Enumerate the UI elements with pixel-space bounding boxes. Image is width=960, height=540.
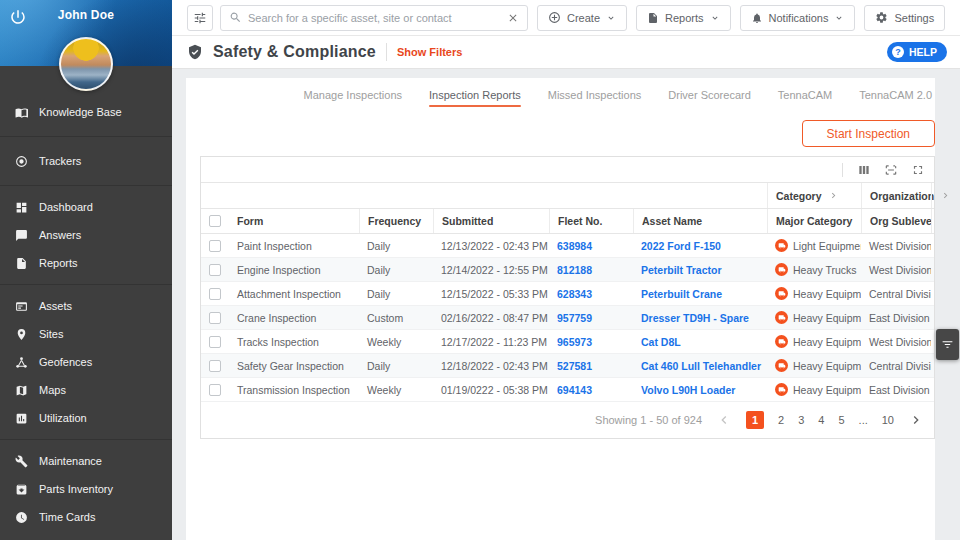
filter-list-icon <box>941 338 954 351</box>
table-row[interactable]: Crane Inspection Custom 02/16/2022 - 08:… <box>201 306 934 330</box>
fleet-no-link[interactable]: 638984 <box>549 240 633 252</box>
reports-button[interactable]: Reports <box>636 5 731 31</box>
gear-icon <box>875 11 888 24</box>
row-checkbox[interactable] <box>209 240 221 252</box>
sidebar-item-maintenance[interactable]: Maintenance <box>0 447 172 475</box>
avatar[interactable] <box>59 37 113 91</box>
fleet-no-link[interactable]: 628343 <box>549 288 633 300</box>
clear-search-icon[interactable] <box>507 12 519 24</box>
inspection-reports-table: Category Organization Form Frequency Sub… <box>200 156 935 439</box>
sidebar-item-trackers[interactable]: Trackers <box>0 147 172 175</box>
table-row[interactable]: Safety Gear Inspection Daily 12/18/2022 … <box>201 354 934 378</box>
asset-name-link[interactable]: Cat 460 Lull Telehandler <box>633 360 767 372</box>
column-header-submitted[interactable]: Submitted <box>433 209 549 233</box>
help-button[interactable]: ? HELP <box>887 42 947 62</box>
side-filter-button[interactable] <box>936 329 959 360</box>
sidebar-item-utilization[interactable]: Utilization <box>0 404 172 432</box>
asset-name-link[interactable]: 2022 Ford F-150 <box>633 240 767 252</box>
page-number[interactable]: 10 <box>882 414 894 426</box>
sidebar-item-resource-management[interactable]: Resource Management <box>0 531 172 540</box>
sidebar-item-label: Assets <box>39 299 72 313</box>
pagination: Showing 1 - 50 of 924 1 2 3 4 5 ... 10 <box>201 402 934 438</box>
table-header-row: Form Frequency Submitted Fleet No. Asset… <box>201 209 934 234</box>
fullscreen-icon[interactable] <box>911 163 925 177</box>
tab-manage-inspections[interactable]: Manage Inspections <box>304 78 402 112</box>
sidebar-item-label: Reports <box>39 256 78 270</box>
group-header-organization[interactable]: Organization <box>861 183 931 208</box>
sidebar-item-assets[interactable]: Assets <box>0 292 172 320</box>
sidebar-item-parts-inventory[interactable]: Parts Inventory <box>0 475 172 503</box>
row-checkbox[interactable] <box>209 312 221 324</box>
page-number[interactable]: 1 <box>746 411 764 429</box>
sidebar-item-dashboard[interactable]: Dashboard <box>0 193 172 221</box>
light-equipment-icon <box>775 239 788 252</box>
sidebar-item-label: Sites <box>39 327 63 341</box>
chevron-down-icon <box>710 13 720 23</box>
create-button[interactable]: Create <box>537 5 627 31</box>
sidebar-item-geofences[interactable]: Geofences <box>0 348 172 376</box>
sidebar-item-knowledge-base[interactable]: Knowledge Base <box>0 98 172 126</box>
search-filter-button[interactable] <box>187 5 213 31</box>
next-page-icon[interactable] <box>908 412 924 428</box>
column-header-major-category[interactable]: Major Category <box>767 209 861 233</box>
column-header-frequency[interactable]: Frequency <box>359 209 433 233</box>
show-filters-link[interactable]: Show Filters <box>397 46 462 58</box>
sidebar-item-reports[interactable]: Reports <box>0 249 172 277</box>
tab-tennacam[interactable]: TennaCAM <box>778 78 832 112</box>
row-checkbox[interactable] <box>209 336 221 348</box>
column-header-form[interactable]: Form <box>229 209 359 233</box>
fleet-no-link[interactable]: 694143 <box>549 384 633 396</box>
tab-inspection-reports[interactable]: Inspection Reports <box>429 78 521 112</box>
fleet-no-link[interactable]: 527581 <box>549 360 633 372</box>
table-row[interactable]: Paint Inspection Daily 12/13/2022 - 02:4… <box>201 234 934 258</box>
table-row[interactable]: Tracks Inspection Weekly 12/17/2022 - 11… <box>201 330 934 354</box>
sidebar-item-time-cards[interactable]: Time Cards <box>0 503 172 531</box>
utilization-icon <box>15 412 28 425</box>
sidebar-item-maps[interactable]: Maps <box>0 376 172 404</box>
power-icon[interactable] <box>9 8 27 26</box>
geofences-icon <box>15 356 28 369</box>
row-checkbox[interactable] <box>209 360 221 372</box>
table-row[interactable]: Engine Inspection Daily 12/14/2022 - 12:… <box>201 258 934 282</box>
fleet-no-link[interactable]: 965973 <box>549 336 633 348</box>
search-input[interactable] <box>248 12 501 24</box>
row-checkbox[interactable] <box>209 264 221 276</box>
column-header-asset-name[interactable]: Asset Name <box>633 209 767 233</box>
parts-inventory-icon <box>15 483 28 496</box>
sidebar-item-sites[interactable]: Sites <box>0 320 172 348</box>
pagination-summary: Showing 1 - 50 of 924 <box>595 414 702 426</box>
select-all-checkbox[interactable] <box>209 215 221 227</box>
column-header-fleet-no[interactable]: Fleet No. <box>549 209 633 233</box>
column-header-org-sublevel[interactable]: Org Sublevel 1 <box>861 209 931 233</box>
table-row[interactable]: Attachment Inspection Daily 12/15/2022 -… <box>201 282 934 306</box>
scan-icon[interactable] <box>884 163 898 177</box>
table-row[interactable]: Transmission Inspection Weekly 01/19/022… <box>201 378 934 402</box>
column-settings-icon[interactable] <box>857 163 871 177</box>
settings-button[interactable]: Settings <box>864 5 945 31</box>
row-checkbox[interactable] <box>209 288 221 300</box>
prev-page-icon[interactable] <box>716 412 732 428</box>
tab-driver-scorecard[interactable]: Driver Scorecard <box>668 78 751 112</box>
group-header-category[interactable]: Category <box>767 183 861 208</box>
tab-missed-inspections[interactable]: Missed Inspections <box>548 78 642 112</box>
asset-name-link[interactable]: Volvo L90H Loader <box>633 384 767 396</box>
tab-tennacam-2[interactable]: TennaCAM 2.0 <box>859 78 932 112</box>
fleet-no-link[interactable]: 957759 <box>549 312 633 324</box>
notifications-button[interactable]: Notifications <box>740 5 856 31</box>
heavy-trucks-icon <box>775 263 788 276</box>
sidebar-item-label: Utilization <box>39 411 87 425</box>
asset-name-link[interactable]: Peterbuilt Crane <box>633 288 767 300</box>
asset-name-link[interactable]: Cat D8L <box>633 336 767 348</box>
page-number[interactable]: 3 <box>798 414 804 426</box>
start-inspection-button[interactable]: Start Inspection <box>802 120 935 147</box>
page-number[interactable]: 5 <box>838 414 844 426</box>
column-header-overflow[interactable]: F <box>931 209 940 233</box>
sidebar-item-answers[interactable]: Answers <box>0 221 172 249</box>
page-number[interactable]: 2 <box>778 414 784 426</box>
asset-name-link[interactable]: Dresser TD9H - Spare <box>633 312 767 324</box>
heavy-equipment-icon <box>775 383 788 396</box>
asset-name-link[interactable]: Peterbilt Tractor <box>633 264 767 276</box>
page-number[interactable]: 4 <box>818 414 824 426</box>
fleet-no-link[interactable]: 812188 <box>549 264 633 276</box>
row-checkbox[interactable] <box>209 384 221 396</box>
